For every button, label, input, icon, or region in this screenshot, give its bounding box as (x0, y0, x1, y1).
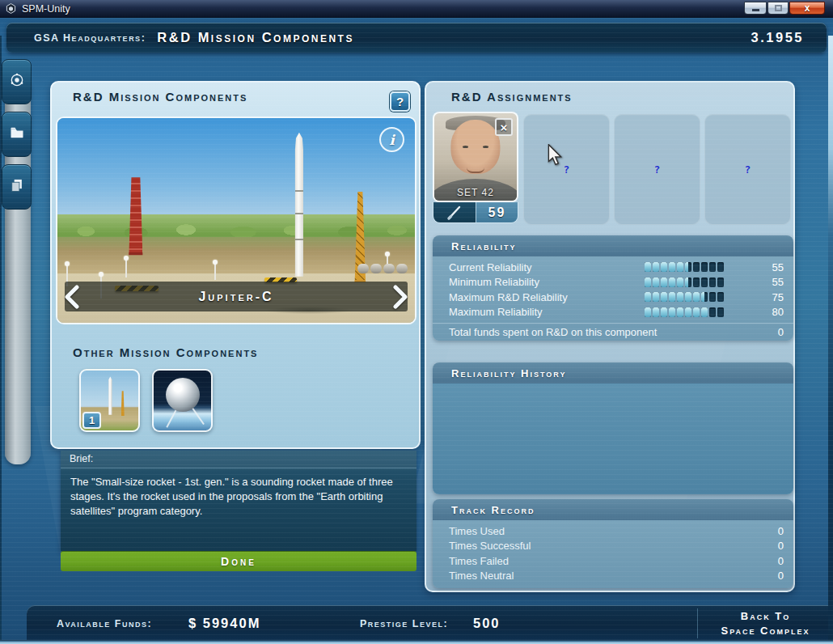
reliability-row: Maximum Reliability80 (433, 305, 793, 320)
window-border-left (0, 36, 2, 644)
unity-icon (5, 2, 17, 15)
window-border-right (828, 36, 833, 644)
total-funds-value: 0 (778, 326, 784, 338)
minimize-icon (752, 9, 759, 11)
close-button[interactable]: x (789, 2, 825, 15)
close-icon: x (805, 3, 810, 13)
window-titlebar: SPM-Unity x (0, 0, 833, 18)
back-button-line2: Space Complex (721, 624, 810, 638)
question-icon: ? (745, 163, 751, 176)
rd-assignments-panel: R&D Assignments SET 42 × 59 ? ? ? (425, 81, 795, 592)
maximize-button[interactable] (767, 2, 789, 15)
satellite-thumbnail[interactable] (152, 369, 213, 432)
reliability-history-title: Reliability History (433, 362, 793, 383)
help-button[interactable]: ? (390, 91, 410, 112)
satellite-sphere (166, 378, 200, 412)
reliability-history-chart (433, 383, 793, 494)
next-component-arrow[interactable] (388, 282, 412, 311)
assignment-slot-empty[interactable]: ? (614, 114, 700, 225)
scientist-name: SET 42 (434, 187, 517, 198)
reliability-title: Reliability (433, 235, 793, 256)
scene-light-pole (214, 264, 216, 280)
total-funds-label: Total funds spent on R&D on this compone… (449, 326, 657, 338)
thumbnail-crane-shape (121, 391, 125, 416)
game-window: SPM-Unity x GSA Headquarters: R&D Missio… (0, 0, 833, 644)
help-icon: ? (396, 95, 404, 108)
prestige-value: 500 (473, 616, 501, 631)
panel-title: R&D Mission Components (73, 90, 247, 104)
page-title: R&D Mission Components (157, 30, 354, 45)
info-icon[interactable]: i (379, 127, 404, 152)
scene-light-pole (125, 260, 127, 278)
track-record-section: Track Record Times Used0Times Successful… (433, 499, 793, 588)
prev-component-arrow[interactable] (60, 282, 84, 311)
maximize-icon (775, 5, 782, 11)
funds-value: $ 59940M (188, 616, 260, 631)
scene-tanks (357, 264, 408, 273)
question-icon: ? (564, 163, 570, 176)
reliability-row: Current Reliability55 (433, 260, 793, 275)
rail-tab-components[interactable] (2, 59, 32, 104)
close-icon: × (501, 121, 508, 133)
track-record-row: Times Neutral0 (433, 569, 793, 584)
rocket-thumbnail[interactable]: 1 (79, 369, 140, 432)
window-border-bottom (0, 640, 833, 644)
reliability-total-row: Total funds spent on R&D on this compone… (433, 323, 793, 341)
reliability-value: 75 (759, 291, 784, 303)
screen-header: GSA Headquarters: R&D Mission Components… (6, 23, 827, 53)
folder-icon (9, 125, 25, 144)
component-name: Jupiter-C (198, 290, 273, 304)
reliability-value: 55 (759, 261, 784, 273)
reliability-bar (645, 278, 724, 287)
reliability-value: 55 (759, 276, 784, 288)
reliability-history-section: Reliability History (433, 362, 793, 494)
game-date: 3.1955 (751, 30, 804, 45)
track-record-title: Track Record (433, 499, 793, 520)
status-footer: Available Funds: $ 59940M Prestige Level… (27, 605, 833, 642)
reliability-row: Maximum R&D Reliability75 (433, 290, 793, 305)
reliability-value: 80 (759, 306, 784, 318)
component-caption-band: Jupiter-C (65, 282, 408, 311)
portrait-art (467, 167, 484, 173)
remove-scientist-button[interactable]: × (495, 118, 513, 136)
scientist-skill-bar: 59 (433, 202, 518, 223)
component-showcase: i Jupiter-C (56, 117, 416, 324)
reliability-bar (645, 307, 724, 317)
back-to-space-complex-button[interactable]: Back To Space Complex (698, 605, 833, 642)
track-record-row: Times Failed0 (433, 553, 793, 569)
rail-tab-projects[interactable] (2, 112, 32, 157)
brief-label: Brief: (61, 451, 416, 468)
reliability-row: Minimum Reliability55 (433, 275, 793, 290)
pencil-icon (433, 202, 476, 222)
back-button-line1: Back To (741, 609, 790, 624)
location-label: GSA Headquarters: (34, 32, 146, 44)
done-button[interactable]: Done (61, 551, 416, 571)
funds-label: Available Funds: (57, 618, 152, 629)
brief-text: The "Small-size rocket - 1st. gen." is a… (61, 468, 416, 526)
scientist-portrait[interactable]: SET 42 × (433, 112, 518, 202)
other-components-title: Other Mission Components (73, 345, 258, 359)
reliability-bar (645, 292, 724, 302)
assignment-slot-empty[interactable]: ? (704, 114, 791, 225)
prestige-label: Prestige Level: (360, 618, 448, 629)
thumbnail-rocket-shape (108, 376, 112, 414)
track-record-row: Times Used0 (433, 523, 793, 539)
assignments-title: R&D Assignments (451, 90, 573, 104)
reliability-bar (645, 262, 724, 272)
reliability-rows: Current Reliability55Minimum Reliability… (433, 256, 793, 321)
portrait-art (450, 120, 500, 174)
game-area: GSA Headquarters: R&D Mission Components… (0, 18, 833, 644)
reliability-section: Reliability Current Reliability55Minimum… (433, 235, 793, 341)
assignment-slot-empty[interactable]: ? (523, 114, 610, 225)
rail-tab-archive[interactable] (2, 164, 32, 210)
orbit-icon (9, 72, 25, 91)
scientist-skill-value: 59 (476, 202, 518, 222)
brief-box: Brief: The "Small-size rocket - 1st. gen… (61, 451, 416, 551)
mission-components-panel: R&D Mission Components ? (50, 81, 421, 449)
thumbnail-count-badge: 1 (82, 412, 101, 429)
track-record-row: Times Successful0 (433, 539, 793, 554)
minimize-button[interactable] (744, 2, 767, 15)
track-rows: Times Used0Times Successful0Times Failed… (433, 520, 793, 588)
copy-pages-icon (9, 177, 25, 197)
window-title: SPM-Unity (22, 3, 70, 15)
